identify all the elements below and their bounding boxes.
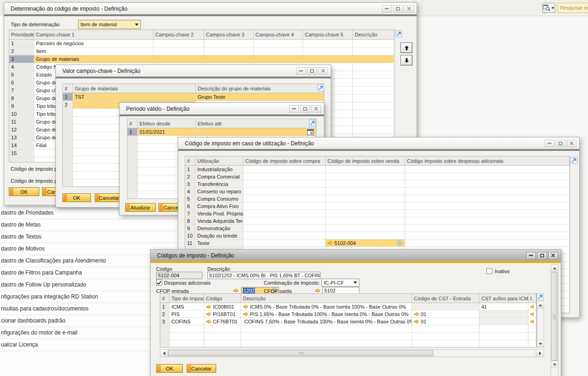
title-bar[interactable]: Determinação do código de imposto - Defi… xyxy=(4,3,417,14)
title-bar[interactable]: Período válido - Definição xyxy=(120,103,324,114)
despesas-adicionais-checkbox[interactable] xyxy=(156,280,162,286)
horizontal-scroll-thumb[interactable] xyxy=(168,350,433,356)
table-row[interactable]: 2 PIS PI16BT01 PIS 1,65% - Base Tributad… xyxy=(160,310,536,318)
table-row[interactable]: 7Venda Prod. Própria xyxy=(185,210,570,217)
close-button[interactable] xyxy=(548,252,558,259)
column-header[interactable]: Campos-chave 1 xyxy=(34,30,153,40)
column-header[interactable]: Tipo de imposto xyxy=(170,294,204,303)
link-arrow-icon[interactable] xyxy=(243,304,249,309)
column-header[interactable]: Efetivo desde xyxy=(138,119,196,128)
link-arrow-icon[interactable] xyxy=(206,312,212,316)
table-row[interactable]: 10Doação ou brinde xyxy=(185,232,570,239)
editable-cell[interactable] xyxy=(196,128,316,136)
column-header[interactable]: CST sufixo para ICMS xyxy=(479,294,528,303)
link-arrow-icon[interactable] xyxy=(206,304,212,309)
link-arrow-icon[interactable] xyxy=(414,319,419,324)
table-row-selected[interactable]: 3Grupo de materiais xyxy=(9,55,394,63)
table-row[interactable]: 8Venda Adquirida Terc xyxy=(185,217,570,225)
column-header[interactable]: Código de imposto sobre venda xyxy=(326,156,405,166)
maximize-button[interactable] xyxy=(537,252,547,259)
ok-button[interactable]: OK xyxy=(62,193,91,202)
table-row[interactable]: 11 Teste 5102-004 xyxy=(185,239,570,247)
column-header[interactable]: Código de CST - Entrada xyxy=(412,294,479,303)
column-header[interactable]: Prioridade xyxy=(9,30,34,40)
title-bar[interactable]: Valor campos-chave - Definição xyxy=(56,65,331,77)
column-header[interactable]: Descrição xyxy=(241,294,412,303)
inativo-checkbox[interactable] xyxy=(486,268,492,274)
link-arrow-icon[interactable] xyxy=(530,304,534,309)
column-header[interactable]: Grupo de materiais xyxy=(73,84,196,93)
table-row[interactable] xyxy=(160,333,536,340)
maximize-button[interactable] xyxy=(556,140,565,147)
column-header[interactable]: # xyxy=(127,119,138,128)
scroll-up-button[interactable] xyxy=(551,265,558,272)
table-row-selected[interactable]: 1 TST Grupo Teste xyxy=(63,93,324,101)
move-row-up-button[interactable] xyxy=(400,42,412,53)
title-bar[interactable]: Códigos de imposto - Definição xyxy=(151,250,561,261)
maximize-button[interactable] xyxy=(300,105,310,113)
expand-icon[interactable] xyxy=(395,30,402,37)
close-button[interactable] xyxy=(404,5,414,12)
close-button[interactable] xyxy=(311,105,321,113)
minimize-button[interactable] xyxy=(289,105,299,113)
title-bar[interactable]: Código de imposto em caso de utilização … xyxy=(178,137,579,149)
column-header[interactable]: I. xyxy=(528,294,536,303)
column-header[interactable]: Descrição do grupo de materiais xyxy=(196,84,324,93)
table-row[interactable]: 2Item xyxy=(9,48,394,55)
cancel-button[interactable]: Cancelar xyxy=(187,364,216,373)
scroll-right-button[interactable] xyxy=(536,350,544,357)
expand-icon[interactable] xyxy=(317,84,324,91)
column-header[interactable]: Descrição xyxy=(353,30,394,40)
table-row[interactable]: 6Compra Ativo Fixo xyxy=(185,203,570,210)
ok-button[interactable]: OK xyxy=(9,187,39,196)
column-header[interactable]: # xyxy=(185,156,195,166)
window-vertical-scrollbar[interactable] xyxy=(551,264,558,376)
choose-from-list-icon[interactable] xyxy=(397,240,403,246)
column-header[interactable]: Campos-chave 3 xyxy=(204,30,254,40)
table-row[interactable] xyxy=(160,325,536,333)
combinacao-imposto-dropdown[interactable]: IC-PI-CF xyxy=(321,279,359,286)
table-row[interactable]: 3Transferência xyxy=(185,180,570,188)
expand-icon[interactable] xyxy=(570,157,577,164)
column-header[interactable]: # xyxy=(63,84,73,93)
link-arrow-icon[interactable] xyxy=(243,312,249,316)
table-row[interactable]: 2Compra Comercial xyxy=(185,173,570,180)
ok-button[interactable]: OK xyxy=(156,364,183,373)
link-arrow-icon[interactable] xyxy=(414,312,419,316)
column-header[interactable]: Campos-chave 5 xyxy=(303,30,353,40)
scroll-left-button[interactable] xyxy=(160,350,168,357)
minimize-button[interactable] xyxy=(382,5,392,12)
vertical-scroll-thumb[interactable] xyxy=(552,272,558,361)
scroll-down-button[interactable] xyxy=(537,340,544,347)
column-header[interactable]: Campos-chave 2 xyxy=(153,30,204,40)
link-arrow-icon[interactable] xyxy=(327,241,333,245)
horizontal-scrollbar[interactable] xyxy=(160,349,544,357)
tipo-determinacao-dropdown[interactable]: Item de material xyxy=(78,20,141,29)
expand-icon[interactable] xyxy=(309,119,316,126)
column-header[interactable]: Utilização xyxy=(195,156,243,166)
table-row[interactable]: 1Parceiro de negócios xyxy=(9,40,394,48)
global-search-input[interactable] xyxy=(558,3,588,13)
minimize-button[interactable] xyxy=(526,252,536,259)
table-row[interactable]: 9Demonstração xyxy=(185,225,570,232)
column-header[interactable]: # xyxy=(160,294,170,303)
minimize-button[interactable] xyxy=(296,67,306,75)
column-header[interactable]: Código xyxy=(204,294,241,303)
column-header[interactable]: Campos-chave 4 xyxy=(254,30,303,40)
maximize-button[interactable] xyxy=(307,67,317,75)
atualizar-button[interactable]: Atualizar xyxy=(125,203,156,212)
descricao-field[interactable]: 5102/1202 - ICMS 00% BI - PIS 1,65% BT -… xyxy=(207,272,321,279)
close-button[interactable] xyxy=(318,67,328,75)
codigo-field[interactable]: 5102-004 xyxy=(156,272,202,279)
table-row[interactable] xyxy=(160,340,536,347)
link-arrow-icon[interactable] xyxy=(530,312,534,316)
expand-icon[interactable] xyxy=(537,293,544,300)
scroll-down-button[interactable] xyxy=(551,361,558,368)
scroll-up-button[interactable] xyxy=(537,302,544,309)
venda-tax-code-cell[interactable]: 5102-004 xyxy=(326,239,405,247)
column-header[interactable]: Código de imposto sobre compra xyxy=(243,156,326,166)
table-row[interactable]: 5Compra Consumo xyxy=(185,195,570,203)
search-window-button[interactable] xyxy=(542,3,555,13)
link-arrow-icon[interactable] xyxy=(233,288,239,293)
close-button[interactable] xyxy=(567,140,576,147)
